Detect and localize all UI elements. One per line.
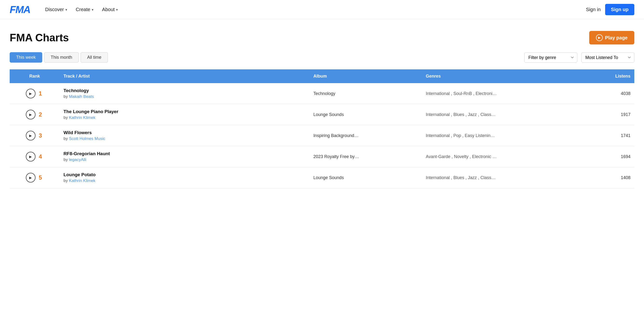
track-artist-5: by Kathrin Klimek bbox=[64, 178, 306, 183]
rank-number-2: 2 bbox=[39, 111, 44, 118]
track-cell-3: Wild Flowers by Scott Holmes Music bbox=[60, 125, 310, 146]
nav-label-about: About bbox=[102, 7, 115, 12]
nav-item-create[interactable]: Create ▾ bbox=[72, 5, 97, 14]
track-artist-4: by legacyAlli bbox=[64, 157, 306, 162]
track-artist-2: by Kathrin Klimek bbox=[64, 115, 306, 120]
nav-label-discover: Discover bbox=[45, 7, 64, 12]
genres-cell-5: International , Blues , Jazz , Class… bbox=[422, 167, 559, 188]
play-button-3[interactable]: ▶ bbox=[26, 131, 36, 140]
main-content: FMA Charts ▶ Play page This week This mo… bbox=[0, 19, 644, 198]
table-row: ▶ 2 The Lounge Piano Player by Kathrin K… bbox=[10, 104, 634, 125]
genres-cell-4: Avant-Garde , Novelty , Electronic … bbox=[422, 146, 559, 167]
rank-cell-2: ▶ 2 bbox=[10, 104, 60, 125]
track-title-2: The Lounge Piano Player bbox=[64, 109, 306, 114]
col-header-album: Album bbox=[310, 69, 422, 83]
page-header: FMA Charts ▶ Play page bbox=[10, 31, 634, 45]
page-title: FMA Charts bbox=[10, 32, 69, 44]
listens-cell-4: 1694 bbox=[559, 146, 634, 167]
artist-link-5[interactable]: Kathrin Klimek bbox=[69, 178, 96, 183]
sign-in-button[interactable]: Sign in bbox=[582, 4, 605, 15]
track-title-3: Wild Flowers bbox=[64, 130, 306, 135]
nav-label-create: Create bbox=[76, 7, 90, 12]
logo[interactable]: FMA bbox=[10, 4, 30, 16]
rank-number-4: 4 bbox=[39, 153, 44, 160]
genres-cell-2: International , Blues , Jazz , Class… bbox=[422, 104, 559, 125]
artist-link-3[interactable]: Scott Holmes Music bbox=[69, 136, 105, 141]
sort-select[interactable]: Most Listened To Most Downloaded Most Re… bbox=[581, 52, 634, 63]
artist-link-4[interactable]: legacyAlli bbox=[69, 157, 86, 162]
track-title-4: RF8-Gregorian Haunt bbox=[64, 151, 306, 156]
album-cell-4: 2023 Royalty Free by… bbox=[310, 146, 422, 167]
rank-number-5: 5 bbox=[39, 174, 44, 181]
album-cell-3: Inspiring Background… bbox=[310, 125, 422, 146]
play-page-label: Play page bbox=[605, 35, 628, 41]
play-button-1[interactable]: ▶ bbox=[26, 89, 36, 98]
rank-cell-4: ▶ 4 bbox=[10, 146, 60, 167]
track-cell-5: Lounge Potato by Kathrin Klimek bbox=[60, 167, 310, 188]
col-header-listens: Listens bbox=[559, 69, 634, 83]
table-row: ▶ 5 Lounge Potato by Kathrin Klimek Loun… bbox=[10, 167, 634, 188]
album-cell-5: Lounge Sounds bbox=[310, 167, 422, 188]
play-button-4[interactable]: ▶ bbox=[26, 152, 36, 162]
genres-cell-1: International , Soul-RnB , Electroni… bbox=[422, 83, 559, 104]
col-header-track: Track / Artist bbox=[60, 69, 310, 83]
play-button-2[interactable]: ▶ bbox=[26, 110, 36, 119]
table-row: ▶ 4 RF8-Gregorian Haunt by legacyAlli 20… bbox=[10, 146, 634, 167]
track-cell-2: The Lounge Piano Player by Kathrin Klime… bbox=[60, 104, 310, 125]
track-artist-1: by Makaih Beats bbox=[64, 94, 306, 99]
listens-cell-5: 1408 bbox=[559, 167, 634, 188]
dropdown-group: Filter by genre International Electronic… bbox=[524, 52, 634, 63]
rank-cell-3: ▶ 3 bbox=[10, 125, 60, 146]
chart-table: Rank Track / Artist Album Genres Listens… bbox=[10, 69, 634, 188]
nav-item-discover[interactable]: Discover ▾ bbox=[42, 5, 70, 14]
this-month-button[interactable]: This month bbox=[44, 52, 79, 63]
play-button-5[interactable]: ▶ bbox=[26, 173, 36, 183]
filters-row: This week This month All time Filter by … bbox=[10, 52, 634, 63]
chevron-down-icon: ▾ bbox=[116, 8, 118, 12]
track-title-1: Technology bbox=[64, 88, 306, 93]
track-title-5: Lounge Potato bbox=[64, 172, 306, 177]
rank-number-1: 1 bbox=[39, 90, 44, 97]
nav-links: Discover ▾ Create ▾ About ▾ bbox=[42, 5, 121, 14]
table-header: Rank Track / Artist Album Genres Listens bbox=[10, 69, 634, 83]
artist-link-1[interactable]: Makaih Beats bbox=[69, 94, 94, 99]
artist-link-2[interactable]: Kathrin Klimek bbox=[69, 115, 96, 120]
play-icon: ▶ bbox=[596, 34, 603, 41]
this-week-button[interactable]: This week bbox=[10, 52, 42, 63]
table-body: ▶ 1 Technology by Makaih Beats Technolog… bbox=[10, 83, 634, 188]
time-filter-group: This week This month All time bbox=[10, 52, 108, 63]
listens-cell-1: 4038 bbox=[559, 83, 634, 104]
album-cell-1: Technology bbox=[310, 83, 422, 104]
chevron-down-icon: ▾ bbox=[66, 8, 67, 12]
all-time-button[interactable]: All time bbox=[80, 52, 108, 63]
genre-filter-select[interactable]: Filter by genre International Electronic… bbox=[524, 52, 578, 63]
sign-up-button[interactable]: Sign up bbox=[605, 4, 634, 15]
col-header-rank: Rank bbox=[10, 69, 60, 83]
play-page-button[interactable]: ▶ Play page bbox=[589, 31, 634, 45]
table-row: ▶ 3 Wild Flowers by Scott Holmes Music I… bbox=[10, 125, 634, 146]
rank-cell-1: ▶ 1 bbox=[10, 83, 60, 104]
rank-cell-5: ▶ 5 bbox=[10, 167, 60, 188]
listens-cell-2: 1917 bbox=[559, 104, 634, 125]
chevron-down-icon: ▾ bbox=[92, 8, 94, 12]
album-cell-2: Lounge Sounds bbox=[310, 104, 422, 125]
genres-cell-3: International , Pop , Easy Listenin… bbox=[422, 125, 559, 146]
track-artist-3: by Scott Holmes Music bbox=[64, 136, 306, 141]
track-cell-4: RF8-Gregorian Haunt by legacyAlli bbox=[60, 146, 310, 167]
col-header-genres: Genres bbox=[422, 69, 559, 83]
navbar: FMA Discover ▾ Create ▾ About ▾ Sign in … bbox=[0, 0, 644, 19]
table-row: ▶ 1 Technology by Makaih Beats Technolog… bbox=[10, 83, 634, 104]
rank-number-3: 3 bbox=[39, 132, 44, 139]
nav-item-about[interactable]: About ▾ bbox=[99, 5, 121, 14]
listens-cell-3: 1741 bbox=[559, 125, 634, 146]
track-cell-1: Technology by Makaih Beats bbox=[60, 83, 310, 104]
